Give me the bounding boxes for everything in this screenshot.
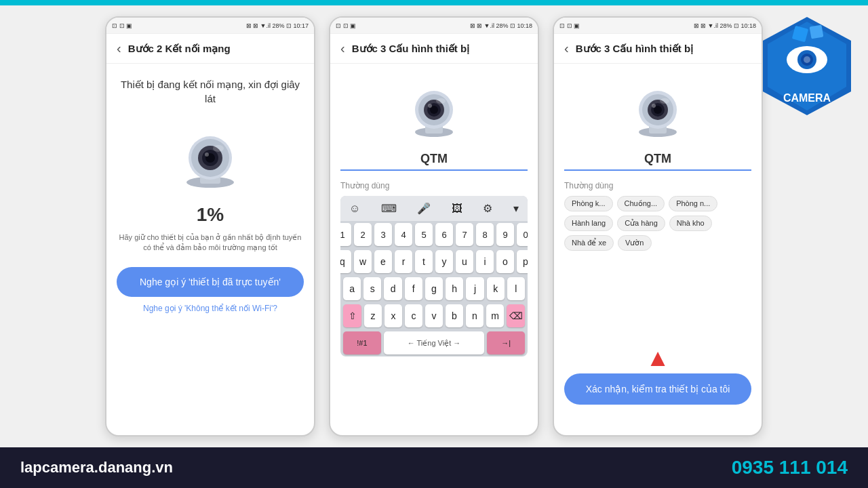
back-arrow-2[interactable]: ‹ [340,41,345,56]
kb-key-p[interactable]: p [517,250,528,273]
kb-row-bottom: !#1 ← Tiếng Việt → →| [340,329,528,357]
tag-nha-kho[interactable]: Nhà kho [669,216,712,231]
confirm-button[interactable]: Xác nhận, kiểm tra thiết bị của tôi [564,373,751,405]
kb-space[interactable]: ← Tiếng Việt → [384,331,485,354]
kb-key-x[interactable]: x [384,304,402,327]
connecting-text: Thiết bị đang kết nối mạng, xin đợi giây… [117,77,304,106]
phone-body-2: Thường dùng ☺ ⌨ 🎤 🖼 ⚙ ▾ 1 2 3 4 5 6 [330,64,538,435]
kb-key-f[interactable]: f [405,277,422,300]
tag-cua-hang[interactable]: Cửa hàng [617,216,665,231]
kb-symbols[interactable]: !#1 [343,331,381,354]
kb-key-n[interactable]: n [466,304,484,327]
tag-hanh-lang[interactable]: Hành lang [564,216,613,231]
svg-point-32 [804,56,810,63]
kb-key-6[interactable]: 6 [435,223,453,246]
keyboard-toolbar: ☺ ⌨ 🎤 🖼 ⚙ ▾ [340,196,528,221]
kb-key-9[interactable]: 9 [496,223,514,246]
kb-backspace[interactable]: ⌫ [507,304,525,327]
keyboard: ☺ ⌨ 🎤 🖼 ⚙ ▾ 1 2 3 4 5 6 7 8 9 [340,196,528,357]
status-left-2: ⊡ ⊡ ▣ [336,22,356,29]
kb-key-0[interactable]: 0 [517,223,528,246]
online-button[interactable]: Nghe gọi ý 'thiết bị đã trực tuyến' [117,267,304,297]
fail-link[interactable]: Nghe gọi ý 'Không thể kết nối Wi-Fi'? [143,304,277,313]
kb-key-k[interactable]: k [487,277,505,300]
phone-3: ⊡ ⊡ ▣ ⊠ ⊠ ▼.il 28% ⊡ 10:18 ‹ Bước 3 Cấu … [553,16,763,436]
kb-key-o[interactable]: o [496,250,514,273]
kb-img-btn[interactable]: 🖼 [446,200,468,218]
phone-header-1: ‹ Bước 2 Kết nối mạng [106,34,314,64]
phone-header-2: ‹ Bước 3 Cấu hình thiết bị [330,34,538,64]
kb-key-d[interactable]: d [384,277,401,300]
kb-key-5[interactable]: 5 [415,223,433,246]
kb-gif-btn[interactable]: ⌨ [376,199,402,218]
kb-key-3[interactable]: 3 [374,223,392,246]
kb-row-3: ⇧ z x c v b n m ⌫ [340,302,528,329]
main-content: ⊡ ⊡ ▣ ⊠ ⊠ ▼.il 28% ⊡ 10:17 ‹ Bước 2 Kết … [0,5,868,447]
back-arrow-3[interactable]: ‹ [564,41,569,56]
kb-row-1: q w e r t y u i o p [340,248,528,275]
kb-key-7[interactable]: 7 [456,223,473,246]
red-arrow-up-icon: ▲ [646,346,670,370]
svg-text:CAMERA: CAMERA [783,92,831,104]
kb-settings-btn[interactable]: ⚙ [477,199,498,218]
progress-text: 1% [197,204,224,226]
kb-key-i[interactable]: i [476,250,494,273]
camera-image-2 [400,81,468,138]
logo-area: CAMERA [753,7,861,125]
kb-key-e[interactable]: e [374,250,392,273]
svg-rect-34 [810,25,824,39]
svg-point-26 [660,98,669,104]
phone-body-3: Thường dùng Phòng k... Chuồng... Phòng n… [554,64,762,435]
kb-key-8[interactable]: 8 [476,223,494,246]
kb-key-r[interactable]: r [395,250,412,273]
kb-row-2: a s d f g h j k l [340,275,528,302]
kb-key-j[interactable]: j [466,277,484,300]
device-name-input-3[interactable] [564,148,751,171]
status-icons-right-3: ⊠ ⊠ ▼.il 28% ⊡ 10:18 [694,22,756,29]
status-bar-1: ⊡ ⊡ ▣ ⊠ ⊠ ▼.il 28% ⊡ 10:17 [106,18,314,34]
kb-key-z[interactable]: z [364,304,382,327]
kb-key-1[interactable]: 1 [340,223,351,246]
status-icons-left-3: ⊡ ⊡ ▣ [559,22,580,29]
kb-key-b[interactable]: b [446,304,463,327]
tag-vuon[interactable]: Vườn [618,235,651,251]
kb-key-y[interactable]: y [435,250,453,273]
device-name-input-2[interactable] [340,148,528,171]
kb-key-g[interactable]: g [425,277,443,300]
kb-mic-btn[interactable]: 🎤 [412,199,436,218]
kb-emoji-btn[interactable]: ☺ [344,200,366,218]
logo-hexagon: CAMERA [760,14,854,119]
back-arrow-1[interactable]: ‹ [117,41,121,56]
kb-enter[interactable]: →| [487,331,525,354]
tag-chuong[interactable]: Chuồng... [617,196,665,211]
kb-key-l[interactable]: l [507,277,525,300]
kb-key-4[interactable]: 4 [395,223,412,246]
status-right-2: ⊠ ⊠ ▼.il 28% ⊡ 10:18 [470,22,532,29]
section-label-2: Thường dùng [340,181,389,190]
phone-2: ⊡ ⊡ ▣ ⊠ ⊠ ▼.il 28% ⊡ 10:18 ‹ Bước 3 Cấu … [329,16,539,436]
status-icons-left-2: ⊡ ⊡ ▣ [336,22,356,29]
kb-key-h[interactable]: h [446,277,463,300]
tag-phong-n[interactable]: Phòng n... [669,196,717,211]
svg-point-17 [436,98,446,104]
kb-key-m[interactable]: m [486,304,504,327]
kb-key-w[interactable]: w [354,250,372,273]
camera-image-1 [170,123,251,190]
tag-nha-de-xe[interactable]: Nhà để xe [564,235,614,251]
phone-body-1: Thiết bị đang kết nối mạng, xin đợi giây… [106,64,314,435]
status-right-1: ⊠ ⊠ ▼.il 28% ⊡ 10:17 [246,22,309,29]
status-left-1: ⊡ ⊡ ▣ [112,22,132,29]
kb-key-q[interactable]: q [340,250,351,273]
phone-title-3: Bước 3 Cấu hình thiết bị [576,43,694,55]
kb-chevron-btn[interactable]: ▾ [508,199,524,218]
kb-key-t[interactable]: t [415,250,433,273]
kb-key-c[interactable]: c [405,304,422,327]
kb-key-a[interactable]: a [343,277,361,300]
phone-1: ⊡ ⊡ ▣ ⊠ ⊠ ▼.il 28% ⊡ 10:17 ‹ Bước 2 Kết … [105,16,315,436]
kb-shift[interactable]: ⇧ [343,304,361,327]
kb-key-u[interactable]: u [456,250,473,273]
kb-key-2[interactable]: 2 [354,223,372,246]
tag-phong-k[interactable]: Phòng k... [564,196,613,211]
kb-key-v[interactable]: v [425,304,443,327]
kb-key-s[interactable]: s [363,277,381,300]
